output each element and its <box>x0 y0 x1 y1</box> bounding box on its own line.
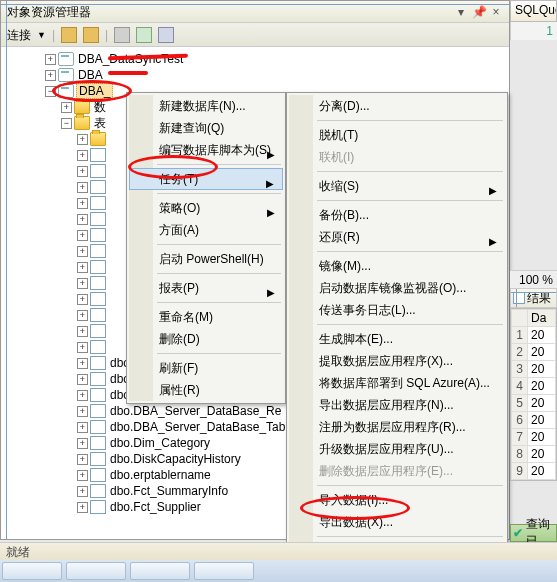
menu-tasks[interactable]: 任务(T)▶ <box>129 168 283 190</box>
expander-icon[interactable]: + <box>77 262 88 273</box>
toolbar-icon-2[interactable] <box>83 27 99 43</box>
menu-new-db[interactable]: 新建数据库(N)... <box>129 95 283 117</box>
grid-cell[interactable]: 20 <box>528 378 556 395</box>
sql-tab[interactable]: SQLQuery <box>510 0 557 22</box>
grid-row-header[interactable]: 9 <box>512 463 528 480</box>
expander-icon[interactable]: + <box>45 70 56 81</box>
expander-icon[interactable]: + <box>77 470 88 481</box>
tree-node[interactable]: DBA_ <box>76 68 111 82</box>
expander-icon[interactable]: + <box>77 486 88 497</box>
expander-icon[interactable]: − <box>61 118 72 129</box>
expander-icon[interactable]: + <box>77 278 88 289</box>
grid-row-header[interactable]: 4 <box>512 378 528 395</box>
tree-node-selected[interactable]: DBA_ <box>76 83 113 99</box>
menu-detach[interactable]: 分离(D)... <box>289 95 505 117</box>
taskbar-item[interactable] <box>66 562 126 580</box>
menu-policies[interactable]: 策略(O)▶ <box>129 197 283 219</box>
expander-icon[interactable]: + <box>77 230 88 241</box>
tree-node[interactable]: dbo.DBA_Server_DataBase_Re <box>108 404 283 418</box>
grid-row-header[interactable]: 5 <box>512 395 528 412</box>
taskbar-item[interactable] <box>194 562 254 580</box>
tree-node[interactable]: dbo.DBA_Server_DataBase_Tab <box>108 420 287 434</box>
expander-icon[interactable]: + <box>77 358 88 369</box>
menu-backup[interactable]: 备份(B)... <box>289 204 505 226</box>
expander-icon[interactable]: + <box>77 454 88 465</box>
menu-refresh[interactable]: 刷新(F) <box>129 357 283 379</box>
toolbar-icon-5[interactable] <box>158 27 174 43</box>
zoom-level[interactable]: 100 % ▾ <box>510 270 557 288</box>
menu-shrink[interactable]: 收缩(S)▶ <box>289 175 505 197</box>
expander-icon[interactable]: + <box>77 294 88 305</box>
menu-export-dac[interactable]: 导出数据层应用程序(N)... <box>289 394 505 416</box>
grid-row-header[interactable]: 6 <box>512 412 528 429</box>
expander-icon[interactable]: + <box>77 150 88 161</box>
menu-properties[interactable]: 属性(R) <box>129 379 283 401</box>
menu-facets[interactable]: 方面(A) <box>129 219 283 241</box>
menu-powershell[interactable]: 启动 PowerShell(H) <box>129 248 283 270</box>
connect-button[interactable]: 连接 <box>7 23 31 47</box>
expander-icon[interactable]: + <box>61 102 72 113</box>
expander-icon[interactable]: + <box>77 326 88 337</box>
toolbar-icon-4[interactable] <box>136 27 152 43</box>
grid-row-header[interactable]: 3 <box>512 361 528 378</box>
expander-icon[interactable]: + <box>77 342 88 353</box>
expander-icon[interactable]: + <box>77 422 88 433</box>
grid-cell[interactable]: 20 <box>528 463 556 480</box>
toolbar-icon-1[interactable] <box>61 27 77 43</box>
menu-register-dac[interactable]: 注册为数据层应用程序(R)... <box>289 416 505 438</box>
expander-icon[interactable]: + <box>77 166 88 177</box>
grid-cell[interactable]: 20 <box>528 344 556 361</box>
menu-reports[interactable]: 报表(P)▶ <box>129 277 283 299</box>
expander-icon[interactable]: + <box>77 502 88 513</box>
expander-icon[interactable]: + <box>77 390 88 401</box>
menu-export-data[interactable]: 导出数据(X)... <box>289 511 505 533</box>
menu-upgrade-dac[interactable]: 升级数据层应用程序(U)... <box>289 438 505 460</box>
menu-extract-dac[interactable]: 提取数据层应用程序(X)... <box>289 350 505 372</box>
grid-row-header[interactable]: 8 <box>512 446 528 463</box>
toolbar-icon-3[interactable] <box>114 27 130 43</box>
menu-import-data[interactable]: 导入数据(I)... <box>289 489 505 511</box>
grid-cell[interactable]: 20 <box>528 327 556 344</box>
menu-mirror[interactable]: 镜像(M)... <box>289 255 505 277</box>
expander-icon[interactable]: + <box>77 438 88 449</box>
tree-node[interactable]: dbo.Dim_Category <box>108 436 212 450</box>
grid-cell[interactable]: 20 <box>528 361 556 378</box>
taskbar-item[interactable] <box>2 562 62 580</box>
tree-node[interactable]: 数 <box>92 99 108 116</box>
expander-icon[interactable]: − <box>45 86 56 97</box>
expander-icon[interactable]: + <box>77 182 88 193</box>
results-header[interactable]: 结果 <box>510 288 557 308</box>
expander-icon[interactable]: + <box>77 310 88 321</box>
menu-offline[interactable]: 脱机(T) <box>289 124 505 146</box>
grid-cell[interactable]: 20 <box>528 429 556 446</box>
menu-rename[interactable]: 重命名(M) <box>129 306 283 328</box>
expander-icon[interactable]: + <box>77 198 88 209</box>
grid-row-header[interactable]: 1 <box>512 327 528 344</box>
menu-deploy-azure[interactable]: 将数据库部署到 SQL Azure(A)... <box>289 372 505 394</box>
tree-node[interactable]: DBA_DataSyncTest <box>76 52 185 66</box>
menu-gen-scripts[interactable]: 生成脚本(E)... <box>289 328 505 350</box>
expander-icon[interactable]: + <box>77 214 88 225</box>
tree-node[interactable]: dbo.DiskCapacityHistory <box>108 452 243 466</box>
expander-icon[interactable]: + <box>45 54 56 65</box>
tree-node[interactable]: dbo.Fct_Supplier <box>108 500 203 514</box>
menu-delete[interactable]: 删除(D) <box>129 328 283 350</box>
tree-node[interactable]: dbo.erptablername <box>108 468 213 482</box>
expander-icon[interactable]: + <box>77 374 88 385</box>
menu-script-db[interactable]: 编写数据库脚本为(S)▶ <box>129 139 283 161</box>
grid-cell[interactable]: 20 <box>528 395 556 412</box>
tree-node[interactable]: 表 <box>92 115 108 132</box>
taskbar-item[interactable] <box>130 562 190 580</box>
menu-new-query[interactable]: 新建查询(Q) <box>129 117 283 139</box>
expander-icon[interactable]: + <box>77 246 88 257</box>
grid-cell[interactable]: 20 <box>528 412 556 429</box>
expander-icon[interactable]: + <box>77 406 88 417</box>
menu-launch-monitor[interactable]: 启动数据库镜像监视器(O)... <box>289 277 505 299</box>
grid-row-header[interactable]: 2 <box>512 344 528 361</box>
grid-col-header[interactable]: Da <box>528 310 556 327</box>
grid-cell[interactable]: 20 <box>528 446 556 463</box>
tree-node[interactable]: dbo.Fct_SummaryInfo <box>108 484 230 498</box>
dropdown-icon[interactable]: ▼ <box>37 23 46 47</box>
results-grid[interactable]: Da 120220320420520620720820920 <box>510 308 557 481</box>
menu-ship-log[interactable]: 传送事务日志(L)... <box>289 299 505 321</box>
